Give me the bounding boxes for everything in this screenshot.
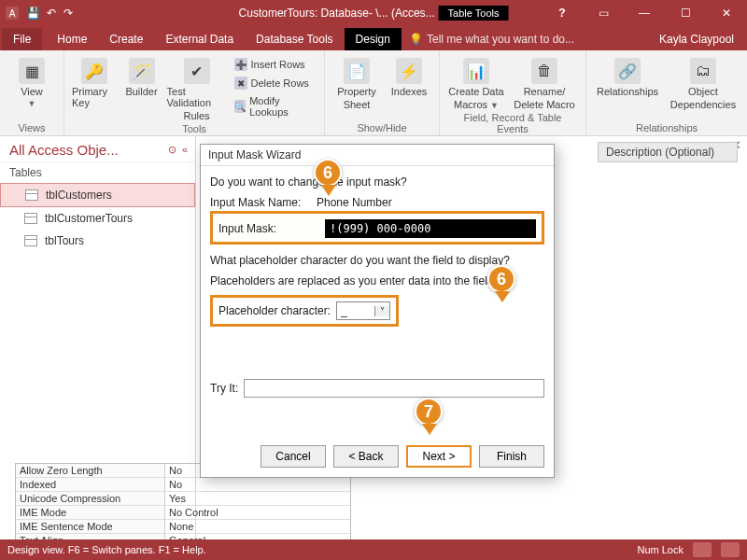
prop-value[interactable]: None (165, 520, 350, 534)
indexes-icon: ⚡ (396, 58, 422, 84)
insert-rows-button[interactable]: ➕Insert Rows (233, 56, 317, 73)
indexes-button[interactable]: ⚡ Indexes (387, 54, 431, 97)
tab-create[interactable]: Create (98, 28, 154, 50)
prop-name: IME Mode (16, 506, 165, 520)
back-button[interactable]: < Back (333, 445, 399, 468)
callout-number: 6 (487, 265, 515, 293)
relationships-icon: 🔗 (614, 58, 641, 84)
placeholder-combo[interactable]: _ ˅ (336, 301, 390, 320)
redo-icon[interactable]: ↷ (63, 7, 73, 20)
nav-item-tblcustomers[interactable]: tblCustomers (0, 183, 195, 207)
lookup-icon: 🔍 (234, 100, 247, 113)
prop-value[interactable]: No Control (165, 506, 350, 520)
group-events-label: Field, Record & Table Events (447, 110, 578, 134)
tv-label1: Test Validation (167, 86, 227, 108)
next-button[interactable]: Next > (406, 445, 472, 468)
datasheet-view-button[interactable] (693, 542, 712, 557)
tab-database-tools[interactable]: Database Tools (245, 28, 345, 50)
nav-item-label: tblCustomerTours (45, 212, 133, 225)
nav-item-tbltours[interactable]: tblTours (0, 230, 195, 252)
chevron-down-icon: ▼ (28, 99, 36, 108)
builder-button[interactable]: 🪄 Builder (122, 54, 162, 97)
od-label1: Object (688, 86, 718, 97)
table-icon (24, 213, 37, 224)
prop-value[interactable]: No (165, 478, 350, 492)
od-label2: Dependencies (670, 99, 736, 110)
property-sheet-icon: 📄 (344, 58, 370, 84)
q1-label: Do you want to change the input mask? (210, 175, 544, 189)
data-macros-icon: 📊 (463, 58, 489, 84)
numlock-indicator: Num Lock (637, 544, 684, 555)
callout-number: 6 (314, 159, 342, 187)
table-icon (25, 189, 38, 201)
builder-label: Builder (125, 86, 157, 97)
minimize-button[interactable]: — (624, 0, 665, 26)
group-tools-label: Tools (72, 121, 317, 134)
delete-rows-button[interactable]: ✖Delete Rows (233, 75, 317, 91)
ribbon-options-button[interactable]: ▭ (583, 0, 624, 26)
placeholder-label: Placeholder character: (218, 304, 331, 317)
cancel-button[interactable]: Cancel (261, 445, 326, 468)
ribbon-tab-strip: File Home Create External Data Database … (0, 26, 747, 50)
mask-name-value: Phone Number (317, 196, 392, 209)
tab-external-data[interactable]: External Data (154, 28, 245, 50)
callout-6b: 6 (487, 265, 517, 304)
insert-rows-icon: ➕ (234, 58, 247, 71)
ps-label1: Property (337, 86, 376, 97)
object-dependencies-button[interactable]: 🗂 Object Dependencies (667, 54, 740, 110)
help-button[interactable]: ? (542, 0, 583, 26)
mask-label: Input Mask: (218, 222, 319, 235)
user-name-label[interactable]: Kayla Claypool (646, 28, 747, 50)
tell-me-search[interactable]: 💡 Tell me what you want to do... (402, 28, 582, 50)
primary-key-button[interactable]: 🔑 Primary Key (72, 54, 117, 108)
tab-file[interactable]: File (2, 28, 42, 50)
nav-item-label: tblTours (45, 234, 84, 247)
view-button[interactable]: ▦ View ▼ (7, 54, 56, 108)
save-icon[interactable]: 💾 (26, 7, 39, 20)
status-left: Design view. F6 = Switch panes. F1 = Hel… (7, 544, 206, 555)
group-views-label: Views (7, 120, 56, 133)
close-button[interactable]: ✕ (706, 0, 747, 26)
nav-item-label: tblCustomers (46, 189, 112, 202)
try-it-input[interactable] (244, 379, 544, 398)
undo-icon[interactable]: ↶ (47, 7, 56, 20)
view-label: View (21, 86, 43, 97)
nav-dropdown-icon[interactable]: ⊙ (168, 144, 176, 156)
finish-button[interactable]: Finish (479, 445, 544, 468)
nav-item-tblcustomertours[interactable]: tblCustomerTours (0, 207, 195, 230)
placeholder-highlight: Placeholder character: _ ˅ (210, 295, 399, 327)
create-data-macros-button[interactable]: 📊 Create Data Macros ▼ (447, 54, 505, 110)
delete-rows-icon: ✖ (234, 77, 247, 90)
input-mask-highlight: Input Mask: !(999) 000-0000 (210, 211, 544, 245)
nav-section-tables[interactable]: Tables (0, 162, 195, 183)
description-column-header[interactable]: Description (Optional) (598, 142, 738, 162)
input-mask-field[interactable]: !(999) 000-0000 (325, 219, 536, 238)
tab-home[interactable]: Home (46, 28, 98, 50)
chevron-down-icon: ▼ (490, 101, 499, 110)
relationships-button[interactable]: 🔗 Relationships (594, 54, 661, 97)
context-tab-label: Table Tools (439, 6, 509, 21)
group-showhide-label: Show/Hide (332, 120, 431, 133)
prop-name: Allow Zero Length (16, 464, 165, 478)
test-validation-button[interactable]: ✔ Test Validation Rules (167, 54, 227, 121)
insert-rows-label: Insert Rows (251, 59, 305, 70)
rename-macro-icon: 🗑 (531, 58, 557, 84)
try-it-label: Try It: (210, 382, 238, 395)
nav-collapse-icon[interactable]: « (182, 144, 188, 156)
rd-label1: Rename/ (524, 86, 566, 97)
design-view-button[interactable] (721, 542, 740, 557)
prop-name: IME Sentence Mode (16, 520, 165, 534)
tab-design[interactable]: Design (345, 28, 402, 50)
modify-lookups-button[interactable]: 🔍Modify Lookups (233, 93, 317, 119)
key-icon: 🔑 (81, 58, 107, 84)
callout-6a: 6 (314, 159, 344, 198)
chevron-down-icon[interactable]: ˅ (374, 306, 389, 316)
property-sheet-button[interactable]: 📄 Property Sheet (332, 54, 381, 110)
prop-value[interactable]: Yes (165, 492, 350, 506)
maximize-button[interactable]: ☐ (665, 0, 706, 26)
cm-label1: Create Data (448, 86, 503, 97)
rename-delete-macro-button[interactable]: 🗑 Rename/ Delete Macro (511, 54, 578, 110)
validation-icon: ✔ (184, 58, 210, 84)
app-icon: A (6, 7, 19, 20)
nav-pane-title[interactable]: All Access Obje... (9, 142, 119, 158)
